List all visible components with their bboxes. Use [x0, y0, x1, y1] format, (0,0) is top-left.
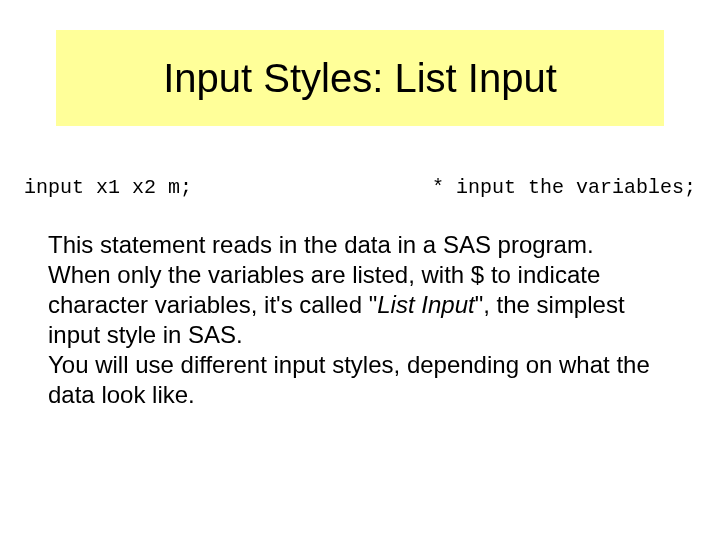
code-right: * input the variables;: [432, 176, 696, 199]
code-left: input x1 x2 m;: [24, 176, 192, 199]
body-text: This statement reads in the data in a SA…: [48, 230, 672, 410]
slide: Input Styles: List Input input x1 x2 m; …: [0, 0, 720, 540]
title-box: Input Styles: List Input: [56, 30, 664, 126]
list-input-term: List Input: [377, 291, 474, 318]
paragraph-3: You will use different input styles, dep…: [48, 350, 672, 410]
code-line: input x1 x2 m; * input the variables;: [24, 176, 696, 199]
slide-title: Input Styles: List Input: [163, 56, 557, 101]
paragraph-2: When only the variables are listed, with…: [48, 260, 672, 350]
paragraph-1: This statement reads in the data in a SA…: [48, 230, 672, 260]
